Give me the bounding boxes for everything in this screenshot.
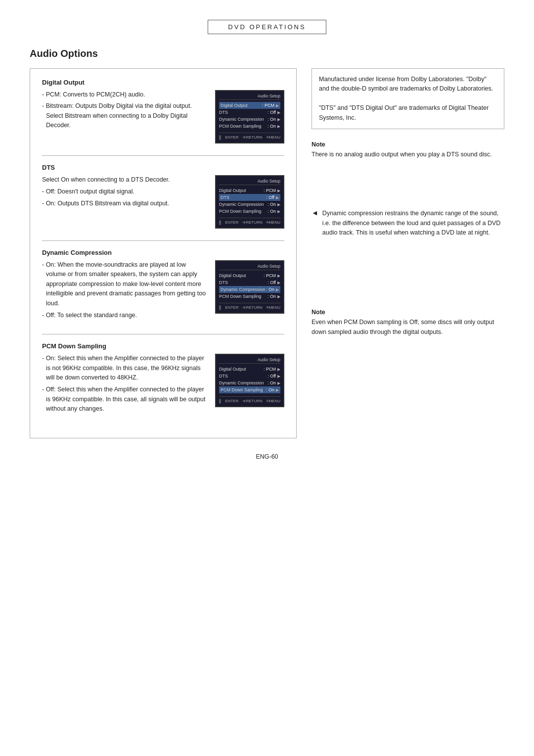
pcm-note-section: Note Even when PCM Down sampling is Off,… xyxy=(312,309,504,337)
screen-header-1: Audio Setup xyxy=(219,94,280,100)
screen-footer-4: ENTER ⊲RETURN ≡MENU xyxy=(219,396,280,404)
do-bullet-1: - PCM: Converts to PCM(2CH) audio. xyxy=(42,90,207,99)
screen-row-dts-3: Dynamic Compression : On ▶ xyxy=(219,201,280,208)
digital-output-section: Digital Output - PCM: Converts to PCM(2C… xyxy=(42,79,284,143)
pcm-screen: Audio Setup Digital Output : PCM ▶ DTS :… xyxy=(215,354,284,407)
digital-output-title: Digital Output xyxy=(42,79,284,86)
dts-section: DTS Select On when connecting to a DTS D… xyxy=(42,164,284,229)
dts-screen: Audio Setup Digital Output : PCM ▶ DTS :… xyxy=(215,175,284,229)
screen-row-do-3: Dynamic Compression : On ▶ xyxy=(219,116,280,123)
digital-output-text: - PCM: Converts to PCM(2CH) audio. - Bit… xyxy=(42,90,207,133)
dynamic-compression-note: ◄ Dynamic compression restrains the dyna… xyxy=(312,209,504,237)
spacer-1 xyxy=(312,169,504,199)
pcm-note-text: Even when PCM Down sampling is Off, some… xyxy=(312,318,504,337)
screen-header-2: Audio Setup xyxy=(219,179,280,185)
screen-header-4: Audio Setup xyxy=(219,357,280,364)
screen-row-dc-4: PCM Down Sampling : On ▶ xyxy=(219,293,280,300)
dts-bullet-1: - Off: Doesn't output digital signal. xyxy=(42,187,207,196)
screen-row-pcm-4: PCM Down Sampling : On ▶ xyxy=(219,386,280,393)
dynamic-note-text: Dynamic compression restrains the dynami… xyxy=(322,209,504,237)
left-arrow-icon: ◄ xyxy=(312,208,318,237)
screen-row-dc-2: DTS : Off ▶ xyxy=(219,279,280,286)
dts-title: DTS xyxy=(42,164,284,171)
digital-output-body: - PCM: Converts to PCM(2CH) audio. - Bit… xyxy=(42,90,284,143)
dolby-info-box: Manufactured under license from Dolby La… xyxy=(312,68,504,129)
pcm-text: - On: Select this when the Amplifier con… xyxy=(42,354,207,416)
divider-1 xyxy=(42,155,284,156)
dts-intro: Select On when connecting to a DTS Decod… xyxy=(42,175,207,185)
dts-text: Select On when connecting to a DTS Decod… xyxy=(42,175,207,210)
main-content: Digital Output - PCM: Converts to PCM(2C… xyxy=(30,68,504,438)
screen-row-dts-1: Digital Output : PCM ▶ xyxy=(219,187,280,194)
dts-body: Select On when connecting to a DTS Decod… xyxy=(42,175,284,229)
screen-row-do-2: DTS : Off ▶ xyxy=(219,109,280,116)
screen-row-pcm-3: Dynamic Compression : On ▶ xyxy=(219,379,280,386)
screen-row-pcm-1: Digital Output : PCM ▶ xyxy=(219,366,280,373)
screen-icon-2 xyxy=(219,220,221,225)
dts-note-title: Note xyxy=(312,141,504,148)
pcm-bullet-1: - On: Select this when the Amplifier con… xyxy=(42,354,207,382)
dc-bullet-1: - On: When the movie-soundtracks are pla… xyxy=(42,260,207,308)
screen-icon-3 xyxy=(219,305,221,310)
pcm-body: - On: Select this when the Amplifier con… xyxy=(42,354,284,416)
left-column: Digital Output - PCM: Converts to PCM(2C… xyxy=(30,68,297,438)
screen-icon-1 xyxy=(219,135,221,140)
screen-row-pcm-2: DTS : Off ▶ xyxy=(219,373,280,379)
right-column: Manufactured under license from Dolby La… xyxy=(312,68,504,438)
screen-header-3: Audio Setup xyxy=(219,264,280,270)
dts-note-text: There is no analog audio output when you… xyxy=(312,150,504,159)
screen-footer-2: ENTER ⊲RETURN ≡MENU xyxy=(219,218,280,225)
pcm-down-sampling-section: PCM Down Sampling - On: Select this when… xyxy=(42,342,284,416)
do-bullet-2: - Bitstream: Outputs Dolby Digital via t… xyxy=(42,101,207,130)
page-title: DVD Operations xyxy=(208,20,326,34)
divider-3 xyxy=(42,334,284,334)
screen-row-dc-3: Dynamic Compression : On ▶ xyxy=(219,286,280,293)
dynamic-compression-screen: Audio Setup Digital Output : PCM ▶ DTS :… xyxy=(215,260,284,314)
digital-output-screen: Audio Setup Digital Output : PCM ▶ DTS :… xyxy=(215,90,284,143)
dolby-text: Manufactured under license from Dolby La… xyxy=(319,75,497,123)
dynamic-compression-title: Dynamic Compression xyxy=(42,249,284,256)
dynamic-compression-body: - On: When the movie-soundtracks are pla… xyxy=(42,260,284,322)
divider-2 xyxy=(42,240,284,241)
pcm-note-title: Note xyxy=(312,309,504,316)
spacer-2 xyxy=(312,247,504,297)
screen-footer-1: ENTER ⊲RETURN ≡MENU xyxy=(219,133,280,140)
dynamic-compression-section: Dynamic Compression - On: When the movie… xyxy=(42,249,284,322)
dts-bullet-2: - On: Outputs DTS Bitstream via digital … xyxy=(42,199,207,208)
page-footer: ENG-60 xyxy=(30,453,504,460)
screen-row-dc-1: Digital Output : PCM ▶ xyxy=(219,272,280,279)
screen-row-dts-4: PCM Down Sampling : On ▶ xyxy=(219,208,280,215)
page-header: DVD Operations xyxy=(30,20,504,34)
dts-note-section: Note There is no analog audio output whe… xyxy=(312,141,504,159)
screen-row-do-1: Digital Output : PCM ▶ xyxy=(219,102,280,109)
pcm-bullet-2: - Off: Select this when the Amplifier co… xyxy=(42,385,207,414)
section-title: Audio Options xyxy=(30,48,504,59)
screen-icon-4 xyxy=(219,399,221,404)
dynamic-compression-text: - On: When the movie-soundtracks are pla… xyxy=(42,260,207,322)
screen-footer-3: ENTER ⊲RETURN ≡MENU xyxy=(219,303,280,310)
screen-row-do-4: PCM Down Sampling : On ▶ xyxy=(219,123,280,130)
pcm-title: PCM Down Sampling xyxy=(42,342,284,350)
screen-row-dts-2: DTS : Off ▶ xyxy=(219,194,280,201)
dc-bullet-2: - Off: To select the standard range. xyxy=(42,311,207,320)
